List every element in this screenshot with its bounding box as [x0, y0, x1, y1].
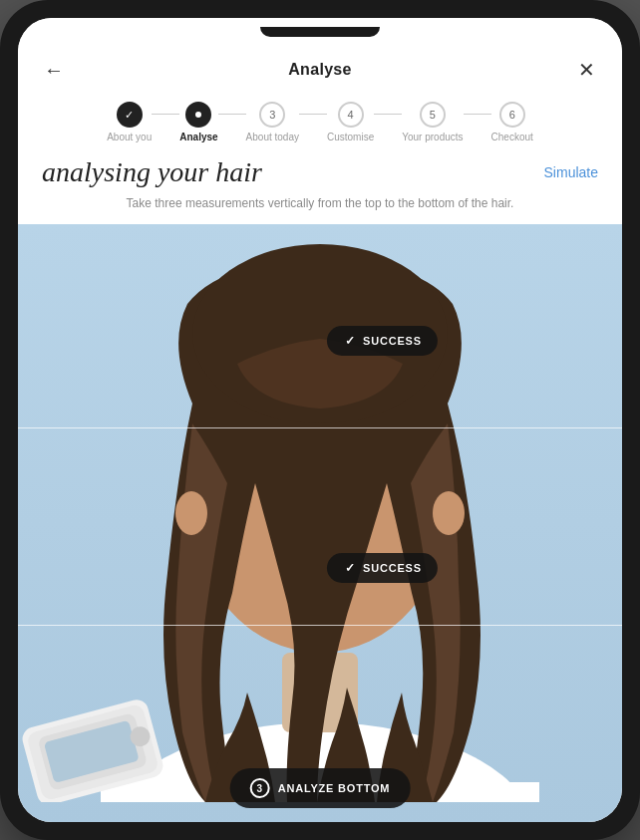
check-icon-1: ✓ — [343, 334, 357, 348]
title-row: analysing your hair Simulate — [42, 156, 598, 188]
step-4: 4 Customise — [327, 102, 374, 142]
hair-background: ✓ SUCCESS ✓ SUCCESS 3 ANALYZE BOTTOM — [18, 224, 622, 822]
page-title: analysing your hair — [42, 156, 262, 188]
svg-point-7 — [433, 491, 465, 535]
step-1: ✓ About you — [107, 102, 152, 142]
screen: ← Analyse ✕ ✓ About you Analyse — [18, 18, 622, 822]
divider-line-2 — [18, 625, 622, 626]
analyze-label: ANALYZE BOTTOM — [278, 782, 391, 794]
connector-4 — [374, 114, 402, 115]
success-badge-2: ✓ SUCCESS — [327, 553, 438, 583]
connector-1 — [152, 114, 179, 115]
step-6-label: Checkout — [491, 132, 533, 142]
step-1-label: About you — [107, 132, 152, 142]
back-button[interactable]: ← — [38, 54, 70, 86]
header-nav: ← Analyse ✕ — [38, 54, 602, 86]
step-2-label: Analyse — [179, 132, 217, 142]
step-3-label: About today — [246, 132, 299, 142]
step-3: 3 About today — [246, 102, 299, 142]
success-badge-1: ✓ SUCCESS — [327, 326, 438, 356]
device-frame: ← Analyse ✕ ✓ About you Analyse — [0, 0, 640, 840]
step-2: Analyse — [179, 102, 217, 142]
step-5-label: Your products — [402, 132, 463, 142]
divider-line-1 — [18, 427, 622, 428]
check-icon-2: ✓ — [343, 561, 357, 575]
svg-point-0 — [195, 112, 201, 118]
step-1-circle: ✓ — [117, 102, 143, 128]
step-6-circle: 6 — [499, 102, 525, 128]
connector-3 — [299, 114, 327, 115]
page-subtitle: Take three measurements vertically from … — [42, 194, 598, 212]
analyze-bottom-badge[interactable]: 3 ANALYZE BOTTOM — [230, 768, 411, 808]
progress-steps: ✓ About you Analyse 3 About today — [38, 102, 602, 142]
success-label-1: SUCCESS — [363, 335, 422, 347]
status-bar — [18, 18, 622, 46]
step-5-circle: 5 — [420, 102, 446, 128]
svg-point-6 — [175, 491, 207, 535]
step-5: 5 Your products — [402, 102, 463, 142]
success-label-2: SUCCESS — [363, 562, 422, 574]
step-3-circle: 3 — [259, 102, 285, 128]
hair-illustration — [18, 224, 622, 802]
notch — [260, 27, 380, 37]
connector-5 — [464, 114, 491, 115]
analysis-area: ✓ SUCCESS ✓ SUCCESS 3 ANALYZE BOTTOM — [18, 224, 622, 822]
simulate-button[interactable]: Simulate — [544, 164, 598, 180]
connector-2 — [218, 114, 246, 115]
step-4-circle: 4 — [338, 102, 364, 128]
step-4-label: Customise — [327, 132, 374, 142]
header-title: Analyse — [288, 61, 351, 79]
analyze-number: 3 — [250, 778, 270, 798]
page-content: analysing your hair Simulate Take three … — [18, 156, 622, 224]
step-2-circle — [185, 102, 211, 128]
close-button[interactable]: ✕ — [570, 54, 602, 86]
step-6: 6 Checkout — [491, 102, 533, 142]
header: ← Analyse ✕ ✓ About you Analyse — [18, 46, 622, 156]
